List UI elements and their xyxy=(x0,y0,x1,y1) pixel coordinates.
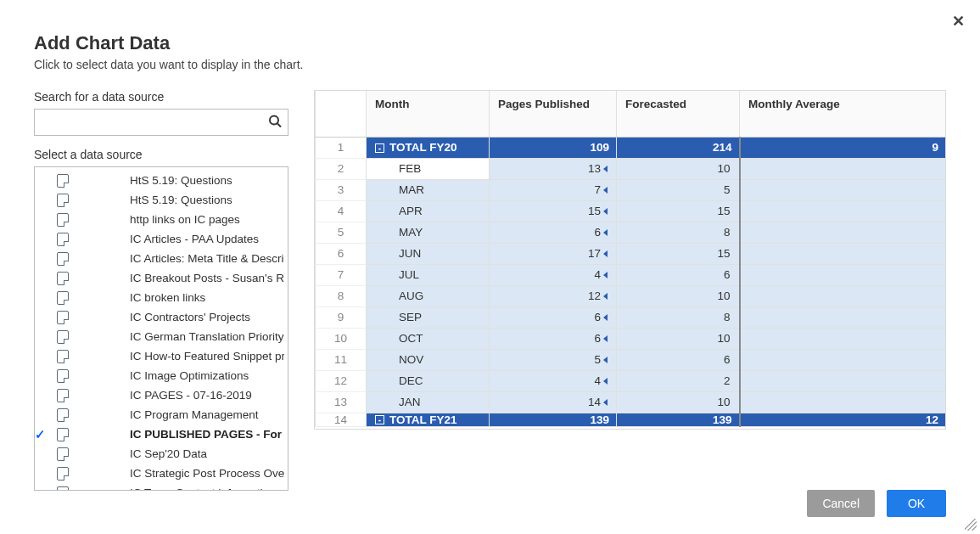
cell-pages[interactable]: 15 xyxy=(490,200,617,222)
cell-month[interactable]: -TOTAL FY20 xyxy=(367,137,490,158)
data-grid[interactable]: Month Pages Published Forecasted Monthly… xyxy=(315,91,945,427)
cell-forecast[interactable]: 139 xyxy=(617,413,740,426)
cell-month[interactable]: MAY xyxy=(367,222,490,243)
column-header-month[interactable]: Month xyxy=(367,91,490,137)
table-row[interactable]: 4APR1515 xyxy=(316,200,946,222)
row-number[interactable]: 3 xyxy=(316,179,367,200)
cell-forecast[interactable]: 6 xyxy=(617,349,740,370)
row-number[interactable]: 10 xyxy=(316,328,367,349)
cell-forecast[interactable]: 6 xyxy=(617,264,740,285)
cell-pages[interactable]: 12 xyxy=(490,285,617,306)
data-source-item[interactable]: ✓http links on IC pages xyxy=(35,210,288,229)
table-row[interactable]: 10OCT610 xyxy=(316,328,946,349)
cell-pages[interactable]: 14 xyxy=(490,391,617,413)
collapse-toggle-icon[interactable]: - xyxy=(375,143,384,153)
cell-pages[interactable]: 139 xyxy=(490,413,617,426)
table-row[interactable]: 6JUN1715 xyxy=(316,243,946,264)
table-row[interactable]: 7JUL46 xyxy=(316,264,946,285)
table-row[interactable]: 2FEB1310 xyxy=(316,158,946,179)
data-source-item[interactable]: ✓IC Image Optimizations xyxy=(35,366,288,385)
cell-forecast[interactable]: 10 xyxy=(617,158,740,179)
cell-month[interactable]: DEC xyxy=(367,370,490,391)
cell-month[interactable]: OCT xyxy=(367,328,490,349)
data-source-item[interactable]: ✓IC Strategic Post Process Overvie xyxy=(35,464,288,483)
cell-avg[interactable] xyxy=(740,370,946,391)
row-number[interactable]: 8 xyxy=(316,285,367,306)
cancel-button[interactable]: Cancel xyxy=(807,490,875,517)
data-source-item[interactable]: ✓IC Contractors' Projects xyxy=(35,307,288,327)
data-source-item[interactable]: ✓IC Articles - PAA Updates xyxy=(35,229,288,249)
cell-avg[interactable] xyxy=(740,222,946,243)
resize-grip-icon[interactable] xyxy=(965,519,977,531)
table-row[interactable]: 14-TOTAL FY2113913912 xyxy=(316,413,946,426)
table-row[interactable]: 11NOV56 xyxy=(316,349,946,370)
cell-avg[interactable] xyxy=(740,391,946,413)
cell-avg[interactable] xyxy=(740,264,946,285)
row-number[interactable]: 1 xyxy=(316,137,367,158)
cell-forecast[interactable]: 10 xyxy=(617,285,740,306)
cell-forecast[interactable]: 214 xyxy=(617,137,740,158)
data-source-item[interactable]: ✓IC broken links xyxy=(35,288,288,307)
cell-month[interactable]: -TOTAL FY21 xyxy=(367,413,490,426)
data-source-item[interactable]: ✓IC PAGES - 07-16-2019 xyxy=(35,385,288,405)
cell-month[interactable]: JUL xyxy=(367,264,490,285)
cell-forecast[interactable]: 8 xyxy=(617,306,740,328)
cell-avg[interactable] xyxy=(740,328,946,349)
cell-pages[interactable]: 6 xyxy=(490,328,617,349)
cell-forecast[interactable]: 10 xyxy=(617,328,740,349)
cell-pages[interactable]: 6 xyxy=(490,222,617,243)
cell-avg[interactable]: 12 xyxy=(740,413,946,426)
table-row[interactable]: 9SEP68 xyxy=(316,306,946,328)
data-source-item[interactable]: ✓HtS 5.19: Questions xyxy=(35,171,288,190)
cell-month[interactable]: NOV xyxy=(367,349,490,370)
data-source-item[interactable]: ✓IC Program Management xyxy=(35,405,288,424)
row-number[interactable]: 12 xyxy=(316,370,367,391)
cell-month[interactable]: JAN xyxy=(367,391,490,413)
cell-avg[interactable] xyxy=(740,306,946,328)
cell-month[interactable]: FEB xyxy=(367,158,490,179)
cell-pages[interactable]: 6 xyxy=(490,306,617,328)
cell-month[interactable]: JUN xyxy=(367,243,490,264)
data-source-list[interactable]: ✓HtS 5.19: Questions✓HtS 5.19: Questions… xyxy=(34,166,288,491)
cell-pages[interactable]: 109 xyxy=(490,137,617,158)
cell-forecast[interactable]: 5 xyxy=(617,179,740,200)
table-row[interactable]: 12DEC42 xyxy=(316,370,946,391)
cell-forecast[interactable]: 2 xyxy=(617,370,740,391)
row-number[interactable]: 14 xyxy=(316,413,367,426)
search-input[interactable] xyxy=(34,109,288,136)
row-number[interactable]: 4 xyxy=(316,200,367,222)
column-header-avg[interactable]: Monthly Average xyxy=(740,91,946,137)
cell-forecast[interactable]: 15 xyxy=(617,243,740,264)
row-number[interactable]: 5 xyxy=(316,222,367,243)
column-header-pages[interactable]: Pages Published xyxy=(490,91,617,137)
cell-avg[interactable] xyxy=(740,200,946,222)
table-row[interactable]: 3MAR75 xyxy=(316,179,946,200)
cell-month[interactable]: AUG xyxy=(367,285,490,306)
data-source-item[interactable]: ✓IC How-to Featured Snippet proje xyxy=(35,346,288,366)
data-source-item[interactable]: ✓IC Team Contact Information xyxy=(35,483,288,491)
cell-avg[interactable] xyxy=(740,243,946,264)
row-number[interactable]: 6 xyxy=(316,243,367,264)
table-row[interactable]: 8AUG1210 xyxy=(316,285,946,306)
row-number[interactable]: 9 xyxy=(316,306,367,328)
data-source-item[interactable]: ✓HtS 5.19: Questions xyxy=(35,190,288,210)
table-row[interactable]: 1-TOTAL FY201092149 xyxy=(316,137,946,158)
cell-avg[interactable]: 9 xyxy=(740,137,946,158)
cell-pages[interactable]: 4 xyxy=(490,370,617,391)
cell-month[interactable]: APR xyxy=(367,200,490,222)
cell-forecast[interactable]: 15 xyxy=(617,200,740,222)
cell-pages[interactable]: 17 xyxy=(490,243,617,264)
data-source-item[interactable]: ✓IC Articles: Meta Title & Descriptio xyxy=(35,249,288,268)
data-source-item[interactable]: ✓IC Sep'20 Data xyxy=(35,444,288,464)
data-source-item[interactable]: ✓IC Breakout Posts - Susan's Repo xyxy=(35,268,288,288)
row-number[interactable]: 2 xyxy=(316,158,367,179)
ok-button[interactable]: OK xyxy=(887,490,946,517)
data-source-item[interactable]: ✓IC German Translation Priority xyxy=(35,327,288,346)
cell-pages[interactable]: 13 xyxy=(490,158,617,179)
cell-pages[interactable]: 5 xyxy=(490,349,617,370)
cell-pages[interactable]: 7 xyxy=(490,179,617,200)
cell-forecast[interactable]: 8 xyxy=(617,222,740,243)
collapse-toggle-icon[interactable]: - xyxy=(375,415,384,424)
cell-month[interactable]: MAR xyxy=(367,179,490,200)
column-header-forecast[interactable]: Forecasted xyxy=(617,91,740,137)
